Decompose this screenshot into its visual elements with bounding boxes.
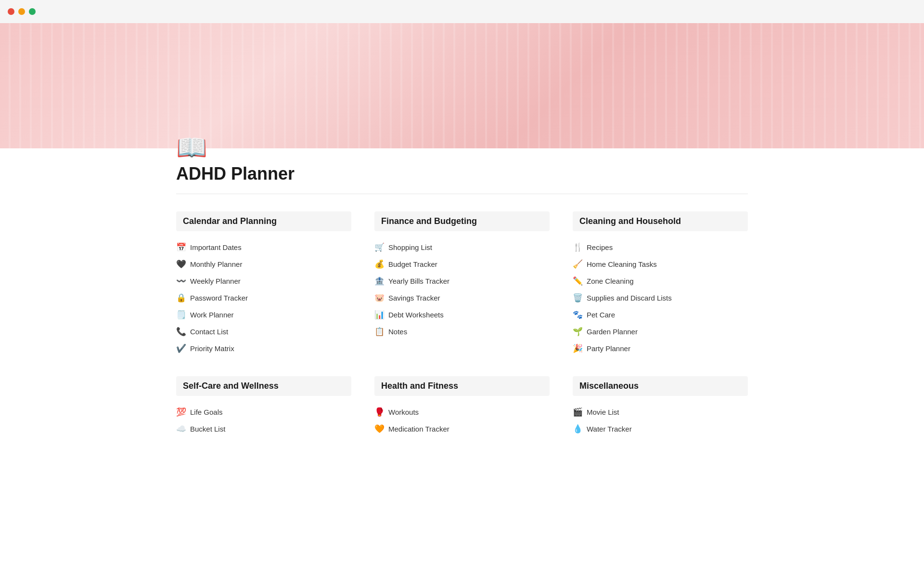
item-emoji-icon: 🗒️ xyxy=(176,310,186,320)
item-label: Water Tracker xyxy=(587,425,632,433)
list-item[interactable]: 🐷Savings Tracker xyxy=(374,289,550,306)
item-label: Garden Planner xyxy=(587,328,638,336)
item-label: Pet Care xyxy=(587,311,615,319)
list-item[interactable]: 📋Notes xyxy=(374,323,550,340)
list-item[interactable]: ✏️Zone Cleaning xyxy=(573,273,748,289)
item-label: Weekly Planner xyxy=(190,277,241,285)
section-health-fitness: Health and Fitness🥊Workouts🧡Medication T… xyxy=(374,376,550,437)
list-item[interactable]: 🔒Password Tracker xyxy=(176,289,351,306)
list-item[interactable]: 🌱Garden Planner xyxy=(573,323,748,340)
list-item[interactable]: 📞Contact List xyxy=(176,323,351,340)
list-item[interactable]: 🥊Workouts xyxy=(374,404,550,420)
item-emoji-icon: 💰 xyxy=(374,259,385,269)
section-heading-finance-budgeting: Finance and Budgeting xyxy=(374,211,550,231)
section-selfcare-wellness: Self-Care and Wellness💯Life Goals☁️Bucke… xyxy=(176,376,351,437)
item-emoji-icon: 🗑️ xyxy=(573,293,583,303)
item-label: Zone Cleaning xyxy=(587,277,634,285)
list-item[interactable]: 🖤Monthly Planner xyxy=(176,256,351,273)
list-item[interactable]: 🧹Home Cleaning Tasks xyxy=(573,256,748,273)
item-emoji-icon: 〰️ xyxy=(176,276,186,286)
section-calendar-planning: Calendar and Planning📅Important Dates🖤Mo… xyxy=(176,211,351,357)
item-emoji-icon: 🐷 xyxy=(374,293,385,303)
divider xyxy=(176,194,748,194)
list-item[interactable]: ✔️Priority Matrix xyxy=(176,340,351,357)
item-label: Yearly Bills Tracker xyxy=(388,277,449,285)
item-emoji-icon: 🌱 xyxy=(573,327,583,337)
list-item[interactable]: 💰Budget Tracker xyxy=(374,256,550,273)
list-item[interactable]: 🎬Movie List xyxy=(573,404,748,420)
list-item[interactable]: 💯Life Goals xyxy=(176,404,351,420)
section-items-finance-budgeting: 🛒Shopping List💰Budget Tracker🏦Yearly Bil… xyxy=(374,239,550,340)
item-label: Workouts xyxy=(388,408,419,416)
section-items-miscellaneous: 🎬Movie List💧Water Tracker xyxy=(573,404,748,437)
list-item[interactable]: ☁️Bucket List xyxy=(176,420,351,437)
maximize-button[interactable] xyxy=(29,8,36,15)
close-button[interactable] xyxy=(8,8,14,15)
list-item[interactable]: 🎉Party Planner xyxy=(573,340,748,357)
page-content: 📖 ADHD Planner Calendar and Planning📅Imp… xyxy=(130,135,794,466)
item-emoji-icon: 🥊 xyxy=(374,407,385,417)
item-emoji-icon: 📋 xyxy=(374,327,385,337)
section-items-health-fitness: 🥊Workouts🧡Medication Tracker xyxy=(374,404,550,437)
item-label: Work Planner xyxy=(190,311,234,319)
list-item[interactable]: 🛒Shopping List xyxy=(374,239,550,256)
item-emoji-icon: 📊 xyxy=(374,310,385,320)
item-emoji-icon: 🐾 xyxy=(573,310,583,320)
hero-banner xyxy=(0,23,924,148)
list-item[interactable]: 📅Important Dates xyxy=(176,239,351,256)
titlebar xyxy=(0,0,924,23)
item-label: Priority Matrix xyxy=(190,344,234,353)
section-items-cleaning-household: 🍴Recipes🧹Home Cleaning Tasks✏️Zone Clean… xyxy=(573,239,748,357)
item-emoji-icon: 🛒 xyxy=(374,242,385,252)
item-label: Movie List xyxy=(587,408,619,416)
item-emoji-icon: 📅 xyxy=(176,242,186,252)
list-item[interactable]: 🏦Yearly Bills Tracker xyxy=(374,273,550,289)
list-item[interactable]: 🍴Recipes xyxy=(573,239,748,256)
item-label: Supplies and Discard Lists xyxy=(587,294,672,302)
list-item[interactable]: 🧡Medication Tracker xyxy=(374,420,550,437)
item-label: Medication Tracker xyxy=(388,425,449,433)
item-label: Password Tracker xyxy=(190,294,248,302)
section-finance-budgeting: Finance and Budgeting🛒Shopping List💰Budg… xyxy=(374,211,550,357)
item-label: Important Dates xyxy=(190,243,242,251)
item-emoji-icon: 🧹 xyxy=(573,259,583,269)
minimize-button[interactable] xyxy=(18,8,25,15)
list-item[interactable]: 🗒️Work Planner xyxy=(176,306,351,323)
item-label: Budget Tracker xyxy=(388,260,437,268)
section-heading-cleaning-household: Cleaning and Household xyxy=(573,211,748,231)
list-item[interactable]: 📊Debt Worksheets xyxy=(374,306,550,323)
section-heading-health-fitness: Health and Fitness xyxy=(374,376,550,396)
item-emoji-icon: 💧 xyxy=(573,424,583,434)
item-emoji-icon: ✏️ xyxy=(573,276,583,286)
section-heading-calendar-planning: Calendar and Planning xyxy=(176,211,351,231)
item-label: Contact List xyxy=(190,328,228,336)
section-items-calendar-planning: 📅Important Dates🖤Monthly Planner〰️Weekly… xyxy=(176,239,351,357)
item-emoji-icon: 🧡 xyxy=(374,424,385,434)
item-label: Party Planner xyxy=(587,344,630,353)
section-items-selfcare-wellness: 💯Life Goals☁️Bucket List xyxy=(176,404,351,437)
item-label: Monthly Planner xyxy=(190,260,242,268)
item-emoji-icon: ☁️ xyxy=(176,424,186,434)
item-emoji-icon: 📞 xyxy=(176,327,186,337)
list-item[interactable]: 🗑️Supplies and Discard Lists xyxy=(573,289,748,306)
item-label: Shopping List xyxy=(388,243,432,251)
list-item[interactable]: 🐾Pet Care xyxy=(573,306,748,323)
item-label: Recipes xyxy=(587,243,613,251)
section-heading-miscellaneous: Miscellaneous xyxy=(573,376,748,396)
item-label: Savings Tracker xyxy=(388,294,440,302)
list-item[interactable]: 〰️Weekly Planner xyxy=(176,273,351,289)
section-miscellaneous: Miscellaneous🎬Movie List💧Water Tracker xyxy=(573,376,748,437)
list-item[interactable]: 💧Water Tracker xyxy=(573,420,748,437)
item-emoji-icon: 🎉 xyxy=(573,343,583,354)
item-emoji-icon: 🖤 xyxy=(176,259,186,269)
section-cleaning-household: Cleaning and Household🍴Recipes🧹Home Clea… xyxy=(573,211,748,357)
item-label: Bucket List xyxy=(190,425,225,433)
item-emoji-icon: 💯 xyxy=(176,407,186,417)
item-label: Debt Worksheets xyxy=(388,311,444,319)
item-emoji-icon: 🍴 xyxy=(573,242,583,252)
item-emoji-icon: 🎬 xyxy=(573,407,583,417)
page-title: ADHD Planner xyxy=(176,164,748,184)
item-label: Life Goals xyxy=(190,408,223,416)
page-icon: 📖 xyxy=(176,135,748,160)
sections-grid: Calendar and Planning📅Important Dates🖤Mo… xyxy=(176,211,748,437)
